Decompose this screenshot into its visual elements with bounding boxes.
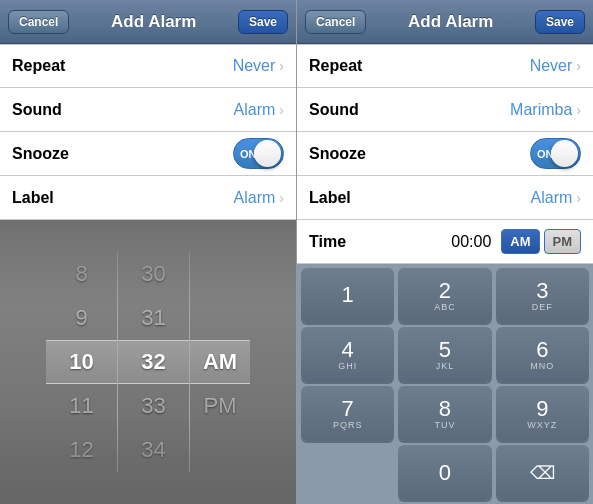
- keypad-btn-8[interactable]: 8 TUV: [398, 386, 491, 441]
- right-time-controls: 00:00 AM PM: [451, 229, 581, 254]
- keypad-delete-button[interactable]: ⌫: [496, 445, 589, 500]
- right-sound-row[interactable]: Sound Marimba ›: [297, 88, 593, 132]
- right-am-button[interactable]: AM: [501, 229, 539, 254]
- right-time-row[interactable]: Time 00:00 AM PM: [297, 220, 593, 264]
- left-sound-chevron-icon: ›: [279, 102, 284, 118]
- keypad-empty-left: [301, 445, 394, 500]
- picker-min-31: 31: [118, 296, 189, 340]
- keypad-digit-2: 2: [439, 280, 451, 302]
- right-repeat-row[interactable]: Repeat Never ›: [297, 44, 593, 88]
- left-settings-list: Repeat Never › Sound Alarm › Snooze ON L…: [0, 44, 296, 220]
- picker-min-30: 30: [118, 252, 189, 296]
- keypad-letters-2: ABC: [434, 303, 456, 312]
- keypad-row-2: 4 GHI 5 JKL 6 MNO: [301, 327, 589, 382]
- keypad-btn-3[interactable]: 3 DEF: [496, 268, 589, 323]
- keypad-digit-4: 4: [342, 339, 354, 361]
- right-pm-button[interactable]: PM: [544, 229, 582, 254]
- keypad-row-3: 7 PQRS 8 TUV 9 WXYZ: [301, 386, 589, 441]
- left-label-label: Label: [12, 189, 54, 207]
- keypad-letters-7: PQRS: [333, 421, 363, 430]
- right-label-row[interactable]: Label Alarm ›: [297, 176, 593, 220]
- keypad-btn-5[interactable]: 5 JKL: [398, 327, 491, 382]
- keypad-digit-8: 8: [439, 398, 451, 420]
- keypad-btn-0[interactable]: 0: [398, 445, 491, 500]
- picker-placeholder-1: [190, 252, 250, 296]
- right-repeat-label: Repeat: [309, 57, 362, 75]
- left-save-button[interactable]: Save: [238, 10, 288, 34]
- left-picker-container: 8 9 10 11 12 30 31 32 33 34 AM PM: [46, 252, 250, 472]
- right-settings-list: Repeat Never › Sound Marimba › Snooze ON…: [297, 44, 593, 264]
- right-snooze-row: Snooze ON: [297, 132, 593, 176]
- left-snooze-label: Snooze: [12, 145, 69, 163]
- right-keypad-area: 1 2 ABC 3 DEF 4 GHI 5 JKL 6 MNO: [297, 264, 593, 504]
- left-sound-row[interactable]: Sound Alarm ›: [0, 88, 296, 132]
- keypad-btn-7[interactable]: 7 PQRS: [301, 386, 394, 441]
- right-cancel-button[interactable]: Cancel: [305, 10, 366, 34]
- keypad-digit-6: 6: [536, 339, 548, 361]
- left-repeat-row[interactable]: Repeat Never ›: [0, 44, 296, 88]
- left-nav-title: Add Alarm: [111, 12, 196, 32]
- left-repeat-chevron-icon: ›: [279, 58, 284, 74]
- left-panel: Cancel Add Alarm Save Repeat Never › Sou…: [0, 0, 296, 504]
- keypad-digit-1: 1: [342, 284, 354, 306]
- right-panel: Cancel Add Alarm Save Repeat Never › Sou…: [297, 0, 593, 504]
- left-toggle-knob: [254, 140, 281, 167]
- picker-pm: PM: [190, 384, 250, 428]
- keypad-digit-3: 3: [536, 280, 548, 302]
- left-picker-ampm[interactable]: AM PM: [190, 252, 250, 472]
- keypad-btn-6[interactable]: 6 MNO: [496, 327, 589, 382]
- left-cancel-button[interactable]: Cancel: [8, 10, 69, 34]
- right-nav-title: Add Alarm: [408, 12, 493, 32]
- keypad-digit-9: 9: [536, 398, 548, 420]
- keypad-digit-7: 7: [342, 398, 354, 420]
- picker-hour-8: 8: [46, 252, 117, 296]
- keypad-letters-6: MNO: [530, 362, 554, 371]
- picker-min-33: 33: [118, 384, 189, 428]
- left-picker-area[interactable]: 8 9 10 11 12 30 31 32 33 34 AM PM: [0, 220, 296, 504]
- right-sound-chevron-icon: ›: [576, 102, 581, 118]
- picker-min-34: 34: [118, 428, 189, 472]
- keypad-btn-2[interactable]: 2 ABC: [398, 268, 491, 323]
- delete-icon: ⌫: [530, 464, 555, 482]
- left-snooze-row: Snooze ON: [0, 132, 296, 176]
- right-snooze-label: Snooze: [309, 145, 366, 163]
- keypad-letters-5: JKL: [436, 362, 455, 371]
- picker-hour-11: 11: [46, 384, 117, 428]
- keypad-letters-3: DEF: [532, 303, 553, 312]
- left-repeat-label: Repeat: [12, 57, 65, 75]
- picker-hour-9: 9: [46, 296, 117, 340]
- left-label-value: Alarm ›: [234, 189, 284, 207]
- left-snooze-toggle[interactable]: ON: [233, 138, 284, 169]
- right-sound-value: Marimba ›: [510, 101, 581, 119]
- right-repeat-chevron-icon: ›: [576, 58, 581, 74]
- left-sound-value: Alarm ›: [234, 101, 284, 119]
- right-sound-label: Sound: [309, 101, 359, 119]
- right-label-chevron-icon: ›: [576, 190, 581, 206]
- left-nav-bar: Cancel Add Alarm Save: [0, 0, 296, 44]
- right-repeat-value: Never ›: [530, 57, 581, 75]
- left-picker-hours[interactable]: 8 9 10 11 12: [46, 252, 118, 472]
- right-label-label: Label: [309, 189, 351, 207]
- picker-hour-10: 10: [46, 340, 117, 384]
- picker-am: AM: [190, 340, 250, 384]
- keypad-letters-9: WXYZ: [527, 421, 557, 430]
- picker-hour-12: 12: [46, 428, 117, 472]
- left-label-row[interactable]: Label Alarm ›: [0, 176, 296, 220]
- picker-placeholder-2: [190, 296, 250, 340]
- keypad-btn-9[interactable]: 9 WXYZ: [496, 386, 589, 441]
- right-toggle-knob: [551, 140, 578, 167]
- right-label-value: Alarm ›: [531, 189, 581, 207]
- right-time-label: Time: [309, 233, 346, 251]
- left-picker-minutes[interactable]: 30 31 32 33 34: [118, 252, 190, 472]
- picker-placeholder-3: [190, 428, 250, 472]
- left-repeat-value: Never ›: [233, 57, 284, 75]
- left-sound-label: Sound: [12, 101, 62, 119]
- right-snooze-toggle[interactable]: ON: [530, 138, 581, 169]
- right-save-button[interactable]: Save: [535, 10, 585, 34]
- left-label-chevron-icon: ›: [279, 190, 284, 206]
- keypad-btn-4[interactable]: 4 GHI: [301, 327, 394, 382]
- keypad-row-1: 1 2 ABC 3 DEF: [301, 268, 589, 323]
- keypad-btn-1[interactable]: 1: [301, 268, 394, 323]
- keypad-digit-0: 0: [439, 462, 451, 484]
- right-nav-bar: Cancel Add Alarm Save: [297, 0, 593, 44]
